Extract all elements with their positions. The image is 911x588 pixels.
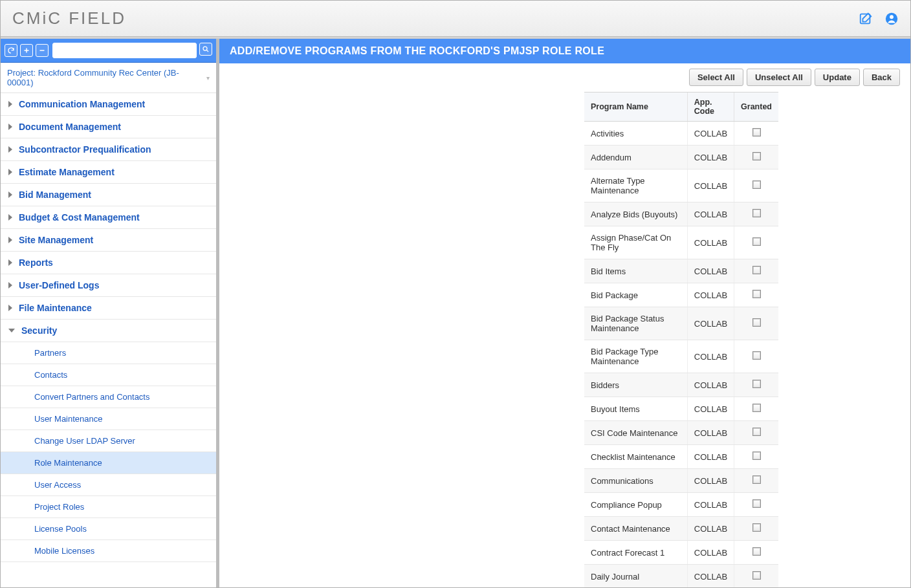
- granted-checkbox[interactable]: [752, 180, 761, 189]
- update-button[interactable]: Update: [815, 69, 860, 86]
- granted-checkbox[interactable]: [752, 290, 761, 298]
- nav-group-label: Document Management: [19, 122, 121, 132]
- cell-program: Bidders: [584, 373, 687, 397]
- nav-group[interactable]: Estimate Management: [1, 161, 216, 184]
- cell-program: Bid Package: [584, 283, 687, 307]
- cell-granted: [734, 493, 778, 517]
- cell-appcode: COLLAB: [687, 122, 734, 146]
- granted-checkbox[interactable]: [752, 404, 761, 412]
- nav-group[interactable]: Communication Management: [1, 93, 216, 116]
- nav-sub-item[interactable]: Contacts: [1, 364, 216, 386]
- table-row: Assign Phase/Cat On The FlyCOLLAB: [584, 226, 778, 259]
- granted-checkbox[interactable]: [752, 318, 761, 327]
- expand-icon[interactable]: [20, 44, 33, 57]
- table-row: Bid Package Status MaintenanceCOLLAB: [584, 307, 778, 340]
- cell-program: CSI Code Maintenance: [584, 421, 687, 445]
- refresh-icon[interactable]: [5, 44, 17, 57]
- table-row: Analyze Bids (Buyouts)COLLAB: [584, 202, 778, 226]
- nav-sub-item[interactable]: Partners: [1, 342, 216, 364]
- project-selector[interactable]: Project: Rockford Community Rec Center (…: [1, 63, 216, 93]
- granted-checkbox[interactable]: [752, 152, 761, 160]
- table-row: CommunicationsCOLLAB: [584, 469, 778, 493]
- nav-group-label: Communication Management: [19, 99, 145, 109]
- sidebar-search-input[interactable]: [52, 43, 197, 58]
- nav-group[interactable]: Budget & Cost Management: [1, 206, 216, 229]
- brand-word: FIELD: [69, 8, 126, 28]
- nav-group[interactable]: Bid Management: [1, 184, 216, 206]
- action-row: Select All Unselect All Update Back: [219, 63, 910, 92]
- cell-granted: [734, 469, 778, 493]
- granted-checkbox[interactable]: [752, 523, 761, 532]
- unselect-all-button[interactable]: Unselect All: [747, 69, 811, 86]
- cell-appcode: COLLAB: [687, 493, 734, 517]
- cell-program: Bid Package Type Maintenance: [584, 340, 687, 373]
- cell-appcode: COLLAB: [687, 397, 734, 421]
- nav-sub-item[interactable]: Convert Partners and Contacts: [1, 386, 216, 408]
- nav-group-label: Site Management: [19, 235, 93, 245]
- sidebar-search: [52, 43, 212, 58]
- col-program-header[interactable]: Program Name: [584, 93, 687, 122]
- nav-sub-item[interactable]: Project Roles: [1, 496, 216, 518]
- granted-checkbox[interactable]: [752, 499, 761, 508]
- back-button[interactable]: Back: [863, 69, 900, 86]
- select-all-button[interactable]: Select All: [689, 69, 743, 86]
- edit-icon[interactable]: [859, 12, 873, 26]
- granted-checkbox[interactable]: [752, 547, 761, 556]
- chevron-right-icon: [8, 259, 12, 266]
- nav-sub-item[interactable]: License Pools: [1, 518, 216, 540]
- cell-appcode: COLLAB: [687, 169, 734, 202]
- cell-granted: [734, 565, 778, 588]
- user-icon[interactable]: [884, 12, 899, 26]
- cell-granted: [734, 226, 778, 259]
- granted-checkbox[interactable]: [752, 128, 761, 136]
- nav-sub-item[interactable]: Mobile Licenses: [1, 540, 216, 562]
- nav-group-label: Bid Management: [19, 190, 91, 200]
- cell-program: Contract Forecast 1: [584, 541, 687, 565]
- nav-group[interactable]: Subcontractor Prequalification: [1, 138, 216, 161]
- chevron-right-icon: [8, 237, 12, 243]
- collapse-icon[interactable]: [36, 44, 49, 57]
- cell-granted: [734, 340, 778, 373]
- granted-checkbox[interactable]: [752, 209, 761, 217]
- granted-checkbox[interactable]: [752, 428, 761, 436]
- nav-group[interactable]: Document Management: [1, 116, 216, 138]
- nav-group[interactable]: File Maintenance: [1, 297, 216, 320]
- nav-sub-item[interactable]: User Maintenance: [1, 408, 216, 430]
- cell-program: Assign Phase/Cat On The Fly: [584, 226, 687, 259]
- chevron-right-icon: [8, 214, 12, 221]
- nav-group[interactable]: Security: [1, 320, 216, 342]
- cell-granted: [734, 445, 778, 469]
- nav-group[interactable]: User-Defined Logs: [1, 274, 216, 297]
- nav-group[interactable]: Site Management: [1, 229, 216, 252]
- nav-sub-item[interactable]: Change User LDAP Server: [1, 430, 216, 452]
- col-appcode-header[interactable]: App. Code: [687, 93, 734, 122]
- table-scroll[interactable]: Program Name App. Code Granted Activitie…: [584, 92, 778, 587]
- chevron-right-icon: [8, 169, 12, 175]
- cell-appcode: COLLAB: [687, 421, 734, 445]
- brand-logo: CMiC FIELD: [12, 8, 126, 28]
- table-row: Contract Forecast 1COLLAB: [584, 541, 778, 565]
- table-row: Checklist MaintenanceCOLLAB: [584, 445, 778, 469]
- cell-granted: [734, 202, 778, 226]
- granted-checkbox[interactable]: [752, 380, 761, 388]
- granted-checkbox[interactable]: [752, 237, 761, 246]
- nav-group[interactable]: Reports: [1, 252, 216, 274]
- table-row: CSI Code MaintenanceCOLLAB: [584, 421, 778, 445]
- col-granted-header[interactable]: Granted: [734, 93, 778, 122]
- nav-group-label: Subcontractor Prequalification: [19, 144, 151, 155]
- nav-group-label: Budget & Cost Management: [19, 212, 140, 223]
- cell-granted: [734, 421, 778, 445]
- granted-checkbox[interactable]: [752, 452, 761, 460]
- granted-checkbox[interactable]: [752, 266, 761, 274]
- granted-checkbox[interactable]: [752, 571, 761, 580]
- search-icon[interactable]: [199, 43, 212, 56]
- nav-sub-item[interactable]: User Access: [1, 474, 216, 496]
- chevron-right-icon: [8, 305, 12, 311]
- topbar-actions: [859, 12, 899, 26]
- chevron-right-icon: [8, 191, 12, 198]
- granted-checkbox[interactable]: [752, 475, 761, 484]
- main-split: Project: Rockford Community Rec Center (…: [1, 39, 910, 587]
- granted-checkbox[interactable]: [752, 351, 761, 360]
- nav-sub-item[interactable]: Role Maintenance: [1, 452, 216, 474]
- table-row: Contact MaintenanceCOLLAB: [584, 517, 778, 541]
